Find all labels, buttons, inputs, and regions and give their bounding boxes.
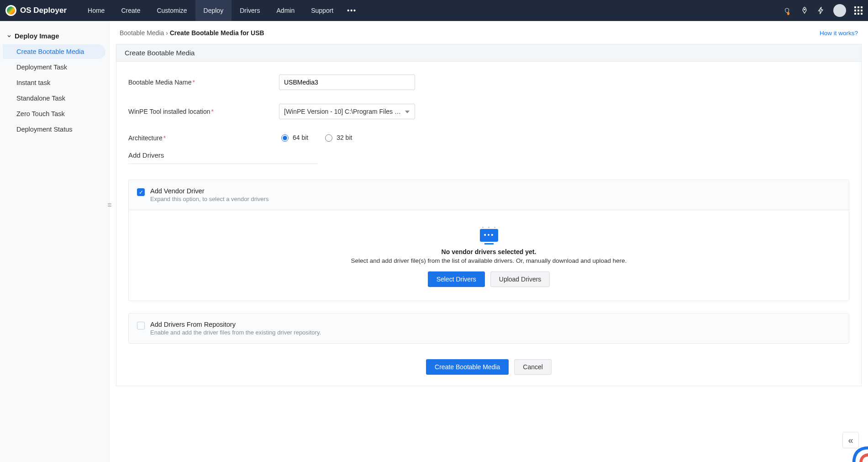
apps-grid-icon[interactable] [854,6,863,15]
sidebar-item-create-bootable-media[interactable]: Create Bootable Media [3,44,105,59]
vendor-driver-title: Add Vendor Driver [150,187,268,195]
breadcrumb: Bootable Media › Create Bootable Media f… [120,29,264,37]
nav-more-icon[interactable]: ••• [342,0,362,21]
sidebar-group-title: Deploy Image [15,32,59,40]
arch-32bit-radio[interactable]: 32 bit [323,133,352,142]
nav-home[interactable]: Home [79,0,113,21]
top-nav: Home Create Customize Deploy Drivers Adm… [79,0,362,21]
top-bar: OS Deployer Home Create Customize Deploy… [0,0,868,21]
nav-drivers[interactable]: Drivers [231,0,268,21]
nav-support[interactable]: Support [303,0,342,21]
rocket-icon[interactable] [800,6,809,15]
shield-icon[interactable] [784,6,792,15]
sidebar: Deploy Image Create Bootable Media Deplo… [0,21,110,462]
add-drivers-section-title: Add Drivers [128,151,318,164]
sidebar-item-zero-touch-task[interactable]: Zero Touch Task [3,106,105,121]
media-name-input[interactable] [279,74,415,90]
empty-dots-icon [138,227,840,228]
winpe-location-select[interactable]: [WinPE Version - 10] C:\Program Files (x… [279,104,415,119]
sidebar-item-deployment-task[interactable]: Deployment Task [3,60,105,74]
sidebar-item-deployment-status[interactable]: Deployment Status [3,122,105,137]
topbar-right [784,4,863,17]
vendor-driver-block: Add Vendor Driver Expand this option, to… [128,180,849,301]
select-drivers-button[interactable]: Select Drivers [428,271,485,287]
breadcrumb-current: Create Bootable Media for USB [170,29,264,37]
empty-monitor-icon [480,229,498,242]
logo-icon [5,5,16,16]
nav-customize[interactable]: Customize [148,0,195,21]
avatar[interactable] [833,4,846,17]
nav-deploy[interactable]: Deploy [195,0,232,21]
chevron-down-icon [6,33,12,39]
how-it-works-link[interactable]: How it works? [820,30,858,37]
sidebar-item-standalone-task[interactable]: Standalone Task [3,91,105,106]
breadcrumb-separator: › [166,29,170,37]
breadcrumb-parent[interactable]: Bootable Media [120,29,164,37]
svg-point-0 [804,9,805,10]
media-name-label: Bootable Media Name* [128,79,279,86]
repo-driver-checkbox[interactable] [137,322,145,329]
architecture-radio-group: 64 bit 32 bit [279,133,365,143]
vendor-driver-subtitle: Expand this option, to select a vendor d… [150,196,268,202]
architecture-label: Architecture* [128,134,279,142]
nav-admin[interactable]: Admin [268,0,303,21]
repo-driver-title: Add Drivers From Repository [150,321,321,328]
panel-title: Create Bootable Media [116,44,862,62]
sidebar-group-header[interactable]: Deploy Image [0,29,109,42]
content-area: Bootable Media › Create Bootable Media f… [110,21,868,462]
vendor-driver-checkbox[interactable] [137,188,145,196]
repo-driver-block: Add Drivers From Repository Enable and a… [128,313,849,344]
app-name: OS Deployer [20,6,67,15]
upload-drivers-button[interactable]: Upload Drivers [490,271,550,287]
nav-create[interactable]: Create [113,0,148,21]
empty-drivers-subtitle: Select and add driver file(s) from the l… [138,257,840,264]
sidebar-item-instant-task[interactable]: Instant task [3,75,105,90]
winpe-location-label: WinPE Tool installed location* [128,108,279,115]
panel-body: Bootable Media Name* WinPE Tool installe… [116,62,862,386]
cancel-button[interactable]: Cancel [514,359,552,375]
repo-driver-subtitle: Enable and add the driver files from the… [150,329,321,336]
empty-drivers-title: No vendor drivers selected yet. [138,248,840,255]
corner-decoration-icon [849,443,868,462]
arch-64bit-radio[interactable]: 64 bit [279,133,308,142]
app-logo: OS Deployer [5,5,79,16]
bolt-icon[interactable] [817,6,825,15]
create-bootable-media-button[interactable]: Create Bootable Media [426,359,509,375]
